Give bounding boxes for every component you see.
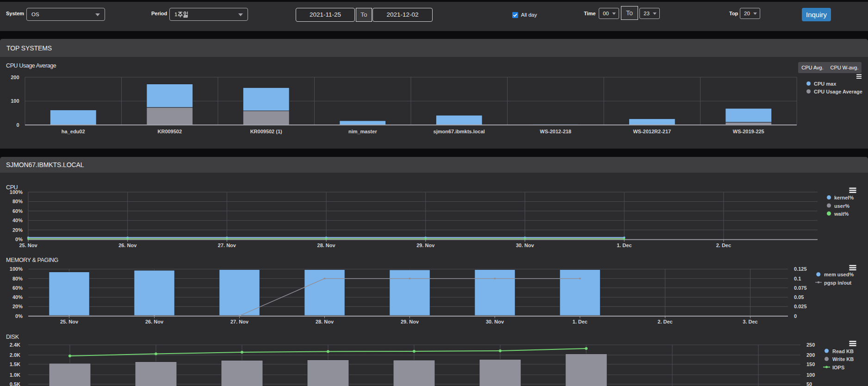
svg-text:KR009502 (1): KR009502 (1) — [250, 129, 282, 134]
svg-text:0%: 0% — [15, 313, 23, 319]
svg-text:27. Nov: 27. Nov — [218, 243, 236, 248]
svg-text:200: 200 — [11, 75, 19, 80]
svg-text:ha_edu02: ha_edu02 — [62, 129, 85, 134]
svg-text:1.0K: 1.0K — [10, 372, 20, 378]
svg-text:DISK: DISK — [6, 334, 19, 340]
svg-text:0.5K: 0.5K — [10, 381, 20, 386]
svg-text:0.075: 0.075 — [794, 285, 807, 291]
svg-text:2. Dec: 2. Dec — [716, 243, 731, 248]
svg-text:kernel%: kernel% — [834, 195, 854, 200]
svg-text:0.025: 0.025 — [794, 304, 807, 309]
svg-text:200: 200 — [806, 352, 815, 358]
svg-text:0.125: 0.125 — [794, 266, 807, 272]
svg-text:0: 0 — [16, 122, 19, 128]
svg-text:25. Nov: 25. Nov — [19, 243, 37, 248]
svg-text:100: 100 — [11, 98, 19, 104]
svg-text:25. Nov: 25. Nov — [60, 319, 79, 324]
svg-text:2. Dec: 2. Dec — [657, 319, 672, 324]
svg-text:1.5K: 1.5K — [10, 361, 20, 367]
svg-text:2.4K: 2.4K — [10, 342, 20, 348]
svg-text:29. Nov: 29. Nov — [416, 243, 435, 248]
svg-text:0: 0 — [794, 313, 797, 319]
svg-text:30. Nov: 30. Nov — [486, 319, 504, 324]
svg-text:20%: 20% — [12, 227, 23, 233]
svg-text:0.1: 0.1 — [794, 276, 801, 281]
svg-text:CPU Avg.: CPU Avg. — [801, 65, 824, 70]
svg-text:WS-2012R2-217: WS-2012R2-217 — [633, 129, 671, 134]
svg-text:0%: 0% — [15, 237, 23, 242]
svg-text:100%: 100% — [10, 189, 23, 195]
svg-text:1. Dec: 1. Dec — [572, 319, 587, 324]
svg-text:IOPS: IOPS — [832, 365, 844, 370]
svg-text:80%: 80% — [12, 199, 23, 204]
svg-text:29. Nov: 29. Nov — [401, 319, 419, 324]
svg-text:26. Nov: 26. Nov — [118, 243, 137, 248]
svg-text:CPU max: CPU max — [814, 81, 837, 87]
svg-text:pgsp in/out: pgsp in/out — [824, 280, 852, 286]
svg-text:30. Nov: 30. Nov — [516, 243, 534, 248]
svg-text:0.05: 0.05 — [794, 294, 804, 300]
svg-text:Write KB: Write KB — [832, 356, 854, 362]
svg-text:WS-2019-225: WS-2019-225 — [733, 129, 764, 134]
svg-text:80%: 80% — [12, 276, 23, 281]
svg-text:28. Nov: 28. Nov — [316, 319, 334, 324]
svg-text:100%: 100% — [10, 266, 23, 272]
svg-text:60%: 60% — [12, 285, 23, 291]
svg-text:MEMORY & PAGING: MEMORY & PAGING — [6, 257, 58, 263]
svg-text:mem used%: mem used% — [824, 272, 854, 277]
svg-text:20%: 20% — [12, 304, 23, 309]
svg-text:Read KB: Read KB — [832, 349, 854, 354]
svg-text:27. Nov: 27. Nov — [230, 319, 249, 324]
svg-text:60%: 60% — [12, 208, 23, 214]
svg-text:KR009502: KR009502 — [158, 129, 182, 134]
svg-text:nim_master: nim_master — [348, 129, 377, 134]
svg-text:3. Dec: 3. Dec — [743, 319, 757, 324]
svg-text:40%: 40% — [12, 218, 23, 223]
svg-text:100: 100 — [806, 372, 815, 378]
svg-text:150: 150 — [806, 361, 815, 367]
svg-text:28. Nov: 28. Nov — [317, 243, 336, 248]
svg-text:1. Dec: 1. Dec — [617, 243, 632, 248]
svg-text:250: 250 — [806, 342, 815, 348]
svg-text:CPU W-avg.: CPU W-avg. — [831, 65, 859, 70]
svg-text:2.0K: 2.0K — [10, 352, 20, 358]
svg-text:WS-2012-218: WS-2012-218 — [540, 129, 571, 134]
svg-text:wait%: wait% — [834, 211, 849, 217]
svg-text:user%: user% — [834, 203, 849, 209]
svg-text:50: 50 — [806, 381, 812, 386]
svg-text:sjmon67.ibmkts.local: sjmon67.ibmkts.local — [434, 129, 485, 134]
svg-text:CPU Usage Average: CPU Usage Average — [6, 62, 56, 69]
svg-text:26. Nov: 26. Nov — [145, 319, 164, 324]
svg-text:CPU Usage Average: CPU Usage Average — [814, 89, 862, 94]
svg-text:40%: 40% — [12, 294, 23, 300]
